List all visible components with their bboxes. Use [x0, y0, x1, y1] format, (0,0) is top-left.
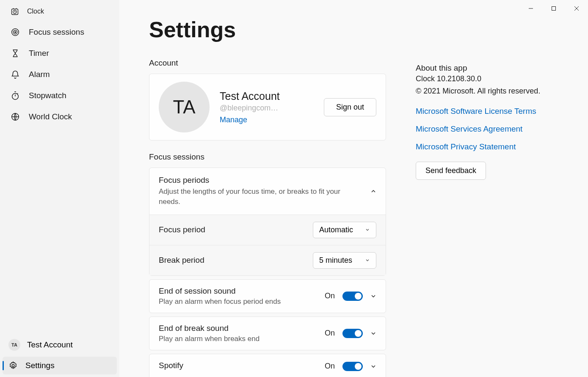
link-license-terms[interactable]: Microsoft Software License Terms [416, 107, 563, 116]
settings-column: Settings Account TA Test Account @bleepi… [149, 17, 386, 377]
focus-periods-card: Focus periods Adjust the lengths of your… [149, 168, 386, 276]
break-period-label: Break period [159, 256, 306, 265]
nav-settings[interactable]: Settings [3, 357, 117, 374]
nav-settings-label: Settings [25, 361, 55, 370]
toggle-state: On [325, 329, 335, 338]
nav-account-label: Test Account [27, 340, 73, 349]
expander-desc: Adjust the lengths of your focus time, o… [159, 187, 364, 207]
avatar: TA [8, 339, 20, 351]
app-title: Clock [0, 3, 119, 23]
spotify-toggle[interactable] [342, 362, 363, 371]
chevron-down-icon [365, 258, 370, 263]
nav-alarm[interactable]: Alarm [3, 65, 117, 84]
end-break-sound-card[interactable]: End of break sound Play an alarm when br… [149, 316, 386, 350]
toggle-desc: Play an alarm when focus period ends [159, 297, 317, 306]
minimize-button[interactable] [519, 0, 542, 17]
gear-icon [8, 361, 18, 370]
focus-period-dropdown[interactable]: Automatic [313, 222, 376, 238]
clock-app-icon [10, 7, 19, 16]
end-session-toggle[interactable] [342, 292, 363, 301]
svg-rect-8 [552, 7, 556, 11]
hourglass-icon [10, 48, 20, 58]
maximize-button[interactable] [542, 0, 565, 17]
toggle-desc: Play an alarm when breaks end [159, 335, 317, 343]
toggle-title: End of session sound [159, 286, 317, 296]
spotify-card[interactable]: Spotify On [149, 354, 386, 377]
nav-list: Focus sessions Timer Alarm [0, 23, 119, 126]
nav-label: Alarm [29, 70, 50, 79]
send-feedback-button[interactable]: Send feedback [416, 162, 486, 180]
close-button[interactable] [565, 0, 588, 17]
dropdown-value: Automatic [319, 226, 353, 234]
end-break-toggle[interactable] [342, 329, 363, 338]
chevron-down-icon [370, 330, 376, 336]
sidebar: Clock Focus sessions Timer [0, 0, 119, 377]
toggle-state: On [325, 292, 335, 300]
account-email: @bleepingcom… [220, 104, 314, 113]
toggle-state: On [325, 362, 335, 371]
page-title: Settings [149, 17, 386, 42]
link-privacy-statement[interactable]: Microsoft Privacy Statement [416, 142, 563, 151]
about-heading: About this app [416, 63, 563, 73]
nav-focus-sessions[interactable]: Focus sessions [3, 23, 117, 41]
chevron-up-icon [370, 188, 376, 194]
expander-title: Focus periods [159, 176, 364, 185]
link-services-agreement[interactable]: Microsoft Services Agreement [416, 124, 563, 134]
bell-icon [10, 69, 20, 80]
nav-world-clock[interactable]: World Clock [3, 107, 117, 126]
section-focus-heading: Focus sessions [149, 152, 386, 162]
svg-point-5 [12, 94, 19, 100]
app-name: Clock [27, 8, 44, 15]
about-column: About this app Clock 10.2108.30.0 © 2021… [416, 17, 563, 377]
avatar-large: TA [159, 82, 210, 132]
about-copyright: © 2021 Microsoft. All rights reserved. [416, 85, 563, 97]
dropdown-value: 5 minutes [319, 256, 352, 265]
chevron-down-icon [365, 227, 370, 232]
break-period-dropdown[interactable]: 5 minutes [313, 252, 376, 269]
focus-periods-expander[interactable]: Focus periods Adjust the lengths of your… [149, 168, 386, 215]
toggle-title: Spotify [159, 361, 317, 370]
nav-label: World Clock [29, 112, 72, 121]
account-info: Test Account @bleepingcom… Manage [220, 90, 314, 124]
svg-point-4 [15, 32, 16, 33]
break-period-row: Break period 5 minutes [149, 245, 386, 275]
nav-timer[interactable]: Timer [3, 44, 117, 63]
nav-label: Focus sessions [29, 28, 84, 37]
globe-icon [10, 112, 20, 122]
end-session-sound-card[interactable]: End of session sound Play an alarm when … [149, 279, 386, 313]
main-area: Settings Account TA Test Account @bleepi… [119, 0, 588, 377]
stopwatch-icon [10, 91, 20, 101]
target-icon [10, 27, 20, 37]
nav-label: Timer [29, 49, 49, 58]
svg-point-7 [12, 364, 14, 367]
nav-account[interactable]: TA Test Account [3, 335, 117, 355]
about-links: Microsoft Software License Terms Microso… [416, 107, 563, 151]
focus-period-label: Focus period [159, 225, 306, 234]
chevron-down-icon [370, 293, 376, 299]
about-version: Clock 10.2108.30.0 [416, 73, 563, 85]
toggle-title: End of break sound [159, 324, 317, 333]
chevron-down-icon [370, 363, 376, 369]
window-controls [519, 0, 588, 17]
account-name: Test Account [220, 90, 314, 102]
nav-stopwatch[interactable]: Stopwatch [3, 86, 117, 105]
manage-link[interactable]: Manage [220, 116, 314, 124]
section-account-heading: Account [149, 58, 386, 68]
signout-button[interactable]: Sign out [324, 98, 376, 116]
account-card: TA Test Account @bleepingcom… Manage Sig… [149, 74, 386, 140]
nav-label: Stopwatch [29, 91, 66, 100]
focus-period-row: Focus period Automatic [149, 215, 386, 245]
sidebar-bottom: TA Test Account Settings [0, 335, 119, 377]
